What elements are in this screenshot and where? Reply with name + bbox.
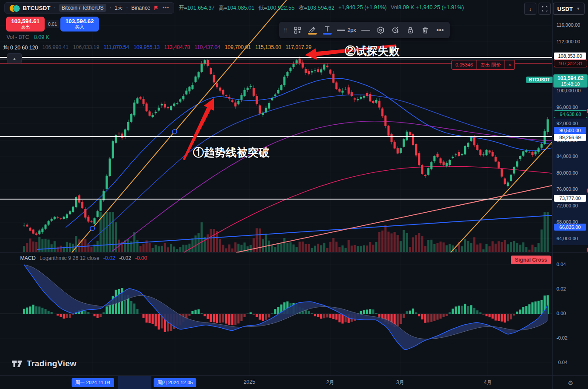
price-tick: 112,000.00 bbox=[556, 39, 580, 44]
axis-settings-gear-icon[interactable]: ⚙ bbox=[552, 376, 588, 389]
date-marker-chip: 周一 2024-11-04 bbox=[72, 378, 114, 387]
toolbar-drag-handle[interactable]: ⣿ bbox=[282, 24, 290, 37]
order-close-button[interactable]: × bbox=[505, 60, 514, 70]
ohlc-item: 开=101,654.37 bbox=[178, 4, 214, 12]
ma-value: 115,135.00 bbox=[256, 44, 281, 52]
text-color-swatch bbox=[323, 33, 332, 35]
pane-collapse-button[interactable]: ▲ bbox=[7, 53, 22, 63]
tradingview-logo-icon bbox=[11, 360, 23, 368]
ma-value: 109,700.01 bbox=[225, 44, 251, 52]
price-tick: 80,000.00 bbox=[556, 170, 578, 175]
price-label-ax-blue: 66,835.00 bbox=[554, 224, 586, 231]
symbol-logo-icon bbox=[9, 4, 20, 12]
price-tick: 84,000.00 bbox=[556, 154, 578, 159]
currency-value: USDT bbox=[557, 6, 573, 12]
price-tick: 96,000.00 bbox=[556, 105, 578, 110]
ma-value: 110,437.04 bbox=[194, 44, 220, 52]
ma-value: 106,033.19 bbox=[73, 44, 99, 52]
volume-legend-value: 8.09 K bbox=[34, 34, 49, 40]
time-tick: 2025 bbox=[244, 379, 256, 385]
date-marker-chip: 周四 2024-12-05 bbox=[154, 378, 196, 387]
order-quantity[interactable]: 0.05346 bbox=[452, 60, 476, 70]
macd-value: -0.00 bbox=[135, 255, 147, 261]
ma-legend-label: 均 0 20 60 120 bbox=[4, 44, 38, 52]
exchange-label: Binance bbox=[131, 5, 150, 11]
buy-button[interactable]: 103,594.62 买入 bbox=[60, 17, 99, 32]
sell-button[interactable]: 103,594.61 卖出 bbox=[6, 17, 45, 32]
settings-icon[interactable] bbox=[374, 24, 388, 37]
text-color-button[interactable] bbox=[320, 24, 334, 37]
annotation-test-failed[interactable]: ②试探失败 bbox=[345, 44, 399, 58]
symbol-name: BTCUSDT bbox=[23, 5, 51, 11]
trend-line[interactable] bbox=[451, 138, 556, 252]
price-tick: 64,000.00 bbox=[556, 236, 578, 241]
macd-tick: 0.00 bbox=[556, 311, 566, 316]
line-style-button[interactable] bbox=[359, 24, 373, 37]
price-tick: 76,000.00 bbox=[556, 186, 578, 192]
change-value: +1,940.25 (+1.91%) bbox=[339, 4, 387, 12]
trendline-anchor[interactable] bbox=[172, 130, 177, 134]
current-price-label: 103,594.6215:48:10 bbox=[553, 74, 588, 88]
price-tick: 116,000.00 bbox=[556, 22, 580, 28]
ma-value: 111,870.54 bbox=[104, 44, 129, 52]
price-label-ax-redborder: 107,312.31 bbox=[554, 60, 587, 67]
price-label-ax-white: 89,256.69 bbox=[554, 134, 586, 141]
candlestick-series bbox=[23, 56, 549, 235]
macd-title[interactable]: MACD bbox=[20, 255, 35, 261]
signal-cross-badge[interactable]: Signal Cross bbox=[511, 256, 551, 264]
more-menu-icon[interactable]: ••• bbox=[162, 5, 169, 11]
chevron-down-icon: ▼ bbox=[576, 7, 580, 11]
ohlc-item: 低=100,922.55 bbox=[259, 4, 294, 12]
sell-label: 卖出 bbox=[21, 25, 30, 30]
time-axis[interactable]: 周一 2024-11-04周四 2024-12-0520252月3月4月⚙ bbox=[0, 375, 588, 389]
buy-label: 买入 bbox=[75, 25, 84, 30]
ohlc-values: 开=101,654.37高=104,085.01低=100,922.55收=10… bbox=[178, 4, 464, 12]
annotation-arrows bbox=[183, 45, 396, 161]
horizontal-lines bbox=[0, 57, 552, 199]
toolbar-more-icon[interactable]: ••• bbox=[433, 24, 447, 37]
line-thickness-button[interactable]: 2px bbox=[335, 24, 358, 37]
sell-price: 103,594.61 bbox=[11, 18, 39, 25]
price-label-ax-white: 108,353.00 bbox=[554, 53, 586, 60]
ma-legend-values: 106,990.41106,033.19111,870.54109,955.13… bbox=[42, 44, 312, 52]
add-alert-icon[interactable] bbox=[388, 24, 402, 37]
annotation-trendline-break[interactable]: ①趋势线被突破 bbox=[193, 145, 270, 160]
trend-line[interactable] bbox=[72, 0, 287, 252]
symbol-price-tag: BTCUSDT bbox=[526, 77, 553, 83]
flag-icon[interactable] bbox=[153, 5, 159, 11]
macd-legend: MACD Logarithmic 9 26 12 close -0.02-0.0… bbox=[20, 255, 147, 261]
time-scale-highlight bbox=[118, 376, 151, 389]
thickness-value: 2px bbox=[347, 27, 356, 33]
tradingview-logo[interactable]: TradingView bbox=[11, 359, 77, 368]
macd-pane bbox=[0, 265, 552, 350]
ma-legend: 均 0 20 60 120 106,990.41106,033.19111,87… bbox=[4, 44, 312, 52]
ma-value: 113,484.78 bbox=[164, 44, 190, 52]
symbol-full-name: Bitcoin / TetherUS bbox=[59, 4, 106, 12]
currency-selector[interactable]: USDT ▼ bbox=[553, 3, 584, 15]
screenshot-button[interactable] bbox=[539, 3, 551, 15]
ohlc-item: 高=104,085.01 bbox=[218, 4, 254, 12]
price-label-ax-white: 73,777.00 bbox=[554, 195, 586, 202]
download-button[interactable]: ↓ bbox=[524, 3, 536, 15]
order-line-widget[interactable]: 0.05346 卖出 限价 × bbox=[452, 60, 515, 70]
macd-tick: 0.04 bbox=[556, 262, 566, 267]
chart-panes bbox=[0, 0, 556, 375]
lock-icon[interactable] bbox=[403, 24, 417, 37]
price-axis[interactable]: 116,000.00112,000.00100,000.0096,000.009… bbox=[552, 0, 588, 375]
tradingview-logo-text: TradingView bbox=[27, 359, 77, 368]
drawing-toolbar: ⣿ 2px bbox=[279, 22, 450, 38]
symbol-pill[interactable]: BTCUSDT · Bitcoin / TetherUS · 1天 · Bina… bbox=[4, 2, 174, 14]
macd-value: -0.02 bbox=[103, 255, 115, 261]
tradingview-chart-app: BTCUSDT · Bitcoin / TetherUS · 1天 · Bina… bbox=[0, 0, 588, 389]
buy-price: 103,594.62 bbox=[65, 18, 94, 25]
trendline-anchor[interactable] bbox=[90, 226, 94, 231]
price-tick: 72,000.00 bbox=[556, 203, 578, 208]
macd-params: Logarithmic 9 26 12 close bbox=[39, 255, 99, 261]
interval-label[interactable]: 1天 bbox=[115, 4, 123, 12]
line-color-button[interactable] bbox=[305, 24, 319, 37]
chart-canvas[interactable] bbox=[0, 0, 588, 375]
delete-icon[interactable] bbox=[418, 24, 432, 37]
template-icon[interactable] bbox=[290, 24, 304, 37]
macd-values: -0.02-0.02-0.00 bbox=[103, 255, 147, 261]
price-tick: 92,000.00 bbox=[556, 121, 578, 126]
